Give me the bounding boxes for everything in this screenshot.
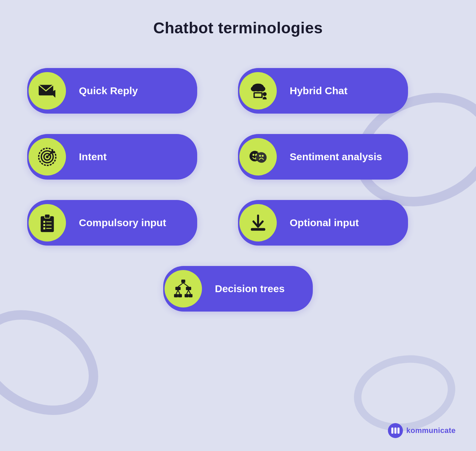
card-intent[interactable]: Intent — [27, 134, 197, 180]
card-sentiment[interactable]: Sentiment analysis — [238, 134, 408, 180]
svg-line-37 — [187, 290, 189, 294]
svg-rect-42 — [189, 294, 193, 298]
sentiment-label: Sentiment analysis — [290, 151, 382, 163]
compulsory-label: Compulsory input — [79, 217, 166, 229]
card-wrapper-hybrid-chat: Hybrid Chat — [238, 68, 449, 114]
svg-line-35 — [176, 290, 178, 294]
quick-reply-label: Quick Reply — [79, 85, 138, 97]
optional-icon-circle — [239, 204, 277, 241]
card-wrapper-compulsory: Compulsory input — [27, 200, 238, 246]
cards-container: Quick Reply Hybrid Chat — [0, 54, 476, 451]
intent-icon-circle — [29, 138, 66, 176]
svg-point-6 — [263, 92, 267, 96]
svg-rect-22 — [43, 221, 45, 223]
svg-point-16 — [256, 152, 267, 163]
svg-rect-43 — [391, 428, 393, 434]
svg-line-32 — [183, 283, 189, 287]
svg-point-2 — [251, 86, 257, 91]
card-decision-trees[interactable]: Decision trees — [163, 266, 313, 312]
sentiment-icon-circle — [239, 138, 277, 176]
svg-rect-20 — [41, 216, 54, 232]
svg-rect-45 — [397, 428, 400, 434]
card-compulsory[interactable]: Compulsory input — [27, 200, 197, 246]
svg-rect-41 — [185, 294, 189, 298]
svg-rect-40 — [178, 294, 182, 298]
svg-rect-30 — [181, 280, 185, 283]
quick-reply-icon-circle — [29, 72, 66, 110]
svg-line-36 — [178, 290, 180, 294]
svg-point-14 — [253, 154, 255, 156]
compulsory-icon-circle — [29, 204, 66, 241]
optional-icon — [248, 212, 269, 233]
svg-line-31 — [178, 283, 184, 287]
brand: kommunicate — [388, 423, 456, 438]
svg-point-3 — [259, 86, 265, 91]
svg-point-17 — [259, 155, 261, 157]
card-wrapper-intent: Intent — [27, 134, 238, 180]
svg-rect-21 — [45, 214, 50, 218]
decision-trees-label: Decision trees — [215, 283, 285, 295]
svg-rect-33 — [175, 287, 181, 290]
svg-rect-24 — [43, 224, 45, 226]
page-title: Chatbot terminologies — [0, 0, 476, 37]
svg-rect-29 — [251, 228, 266, 231]
hybrid-chat-icon — [248, 80, 269, 101]
optional-label: Optional input — [290, 217, 359, 229]
brand-logo — [388, 423, 403, 438]
svg-rect-44 — [394, 428, 396, 434]
decision-trees-icon-circle — [165, 270, 202, 307]
svg-rect-34 — [186, 287, 191, 290]
svg-rect-26 — [43, 228, 45, 230]
card-hybrid-chat[interactable]: Hybrid Chat — [238, 68, 408, 114]
svg-point-18 — [262, 155, 264, 157]
card-wrapper-decision-trees: Decision trees — [27, 266, 449, 312]
hybrid-chat-icon-circle — [239, 72, 277, 110]
card-wrapper-optional: Optional input — [238, 200, 449, 246]
card-wrapper-sentiment: Sentiment analysis — [238, 134, 449, 180]
card-quick-reply[interactable]: Quick Reply — [27, 68, 197, 114]
intent-icon — [37, 146, 58, 167]
compulsory-icon — [37, 212, 58, 233]
intent-label: Intent — [79, 151, 107, 163]
card-wrapper-quick-reply: Quick Reply — [27, 68, 238, 114]
decision-trees-icon — [173, 278, 194, 299]
svg-rect-39 — [174, 294, 178, 298]
sentiment-icon — [248, 146, 269, 167]
card-optional[interactable]: Optional input — [238, 200, 408, 246]
svg-rect-5 — [255, 94, 261, 97]
brand-name: kommunicate — [406, 426, 456, 435]
hybrid-chat-label: Hybrid Chat — [290, 85, 347, 97]
svg-line-38 — [189, 290, 191, 294]
quick-reply-icon — [37, 80, 58, 101]
